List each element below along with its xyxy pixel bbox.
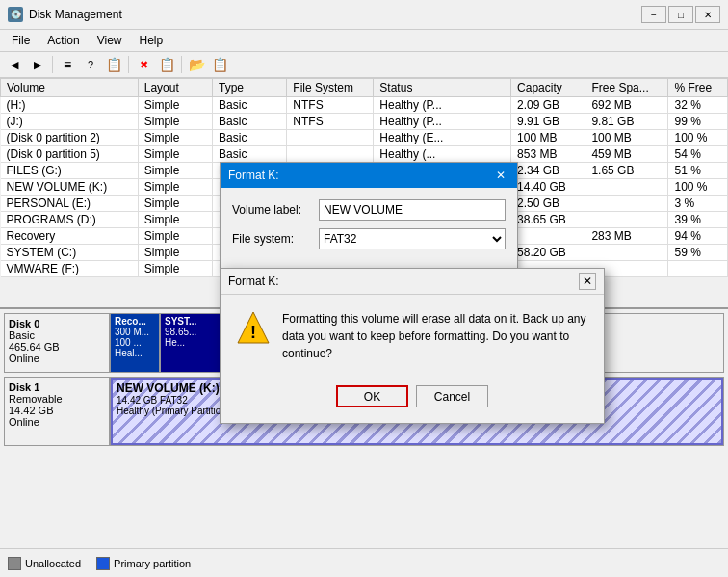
table-row[interactable]: (Disk 0 partition 2)SimpleBasicHealthy (… (1, 130, 728, 146)
cell-1-6: 9.81 GB (585, 114, 668, 130)
cell-7-5: 38.65 GB (511, 212, 585, 228)
cell-8-1: Simple (138, 228, 212, 245)
cell-0-0: (H:) (1, 97, 139, 114)
cell-2-2: Basic (213, 130, 287, 146)
cell-6-5: 2.50 GB (511, 196, 585, 212)
cell-3-2: Basic (213, 146, 287, 163)
volume-label-row: Volume label: (232, 199, 506, 221)
close-button[interactable]: ✕ (695, 6, 720, 23)
cell-3-3 (287, 146, 374, 163)
window-controls: − □ ✕ (641, 6, 720, 23)
menu-help[interactable]: Help (132, 32, 171, 49)
col-header-volume[interactable]: Volume (1, 79, 139, 97)
format-dialog-title: Format K: (228, 169, 279, 182)
minimize-button[interactable]: − (641, 6, 666, 23)
cell-3-5: 853 MB (511, 146, 585, 163)
tb-help[interactable]: ? (80, 54, 101, 75)
cell-9-6 (585, 245, 668, 261)
cell-6-6 (585, 196, 668, 212)
table-row[interactable]: (H:)SimpleBasicNTFSHealthy (P...2.09 GB6… (1, 97, 728, 114)
col-header-freespace[interactable]: Free Spa... (585, 79, 668, 97)
confirm-buttons: OK Cancel (221, 378, 604, 423)
filesystem-select[interactable]: FAT32 NTFS exFAT (319, 228, 506, 249)
table-row[interactable]: (Disk 0 partition 5)SimpleBasicHealthy (… (1, 146, 728, 163)
col-header-type[interactable]: Type (213, 79, 287, 97)
cell-8-7: 94 % (668, 228, 728, 245)
confirm-dialog[interactable]: Format K: ✕ ! Formatting this volume wil… (220, 268, 605, 424)
cell-7-0: PROGRAMS (D:) (1, 212, 139, 228)
cell-2-7: 100 % (668, 130, 728, 146)
cell-7-1: Simple (138, 212, 212, 228)
confirm-dialog-close[interactable]: ✕ (579, 273, 596, 290)
tb-explore[interactable]: 📋 (209, 54, 230, 75)
legend-primary: Primary partition (96, 557, 191, 570)
tb-forward[interactable]: ▶ (27, 54, 48, 75)
disk-0-info: Disk 0 Basic 465.64 GB Online (5, 314, 111, 372)
disk-1-type: Removable (9, 393, 105, 405)
col-header-status[interactable]: Status (374, 79, 511, 97)
cell-2-4: Healthy (E... (374, 130, 511, 146)
tb-disk-list[interactable]: ≡ (57, 54, 78, 75)
cell-3-4: Healthy (... (374, 146, 511, 163)
cell-0-4: Healthy (P... (374, 97, 511, 114)
menu-action[interactable]: Action (39, 32, 87, 49)
cell-4-7: 51 % (668, 163, 728, 179)
cell-2-0: (Disk 0 partition 2) (1, 130, 139, 146)
disk-0-status: Online (9, 353, 105, 364)
format-dialog-close[interactable]: ✕ (492, 167, 509, 184)
toolbar: ◀ ▶ ≡ ? 📋 ✖ 📋 📂 📋 (0, 52, 728, 78)
legend-unallocated: Unallocated (8, 557, 81, 570)
cell-0-6: 692 MB (585, 97, 668, 114)
cell-0-2: Basic (213, 97, 287, 114)
cell-2-3 (287, 130, 374, 146)
cell-9-5: 58.20 GB (511, 245, 585, 261)
cell-6-0: PERSONAL (E:) (1, 196, 139, 212)
legend-primary-box (96, 557, 110, 570)
partition-reco[interactable]: Reco... 300 M... 100 ... Heal... (111, 314, 161, 372)
tb-back[interactable]: ◀ (4, 54, 25, 75)
cell-6-1: Simple (138, 196, 212, 212)
cell-8-0: Recovery (1, 228, 139, 245)
cell-1-4: Healthy (P... (374, 114, 511, 130)
menu-bar: File Action View Help (0, 30, 728, 52)
filesystem-label-text: File system: (232, 232, 319, 246)
status-bar: Unallocated Primary partition (0, 548, 728, 577)
format-dialog[interactable]: Format K: ✕ Volume label: File system: F… (220, 162, 518, 270)
tb-properties[interactable]: 📋 (103, 54, 124, 75)
partition-reco-size: 300 M... (115, 327, 155, 337)
volume-label-input[interactable] (319, 199, 506, 221)
table-row[interactable]: (J:)SimpleBasicNTFSHealthy (P...9.91 GB9… (1, 114, 728, 130)
disk-0-name: Disk 0 (9, 318, 105, 329)
cell-7-7: 39 % (668, 212, 728, 228)
cell-0-3: NTFS (287, 97, 374, 114)
ok-button[interactable]: OK (336, 385, 408, 407)
cell-5-7: 100 % (668, 179, 728, 196)
window-title: Disk Management (29, 8, 122, 21)
disk-1-info: Disk 1 Removable 14.42 GB Online (5, 378, 111, 445)
cell-0-5: 2.09 GB (511, 97, 585, 114)
cell-8-5 (511, 228, 585, 245)
col-header-fs[interactable]: File System (287, 79, 374, 97)
cell-1-2: Basic (213, 114, 287, 130)
cell-10-7 (668, 261, 728, 277)
cell-3-1: Simple (138, 146, 212, 163)
maximize-button[interactable]: □ (668, 6, 693, 23)
cell-4-0: FILES (G:) (1, 163, 139, 179)
menu-file[interactable]: File (4, 32, 38, 49)
svg-text:!: ! (250, 323, 256, 342)
cell-10-1: Simple (138, 261, 212, 277)
col-header-layout[interactable]: Layout (138, 79, 212, 97)
menu-view[interactable]: View (90, 32, 130, 49)
disk-0-size: 465.64 GB (9, 341, 105, 353)
col-header-capacity[interactable]: Capacity (511, 79, 585, 97)
tb-format[interactable]: 📋 (156, 54, 177, 75)
filesystem-row: File system: FAT32 NTFS exFAT (232, 228, 506, 249)
cancel-button[interactable]: Cancel (416, 385, 488, 407)
tb-open[interactable]: 📂 (186, 54, 207, 75)
tb-delete[interactable]: ✖ (133, 54, 154, 75)
cell-8-6: 283 MB (585, 228, 668, 245)
partition-reco-sub: 100 ... (115, 337, 155, 348)
confirm-message: Formatting this volume will erase all da… (282, 310, 588, 362)
col-header-freepct[interactable]: % Free (668, 79, 728, 97)
cell-9-0: SYSTEM (C:) (1, 245, 139, 261)
